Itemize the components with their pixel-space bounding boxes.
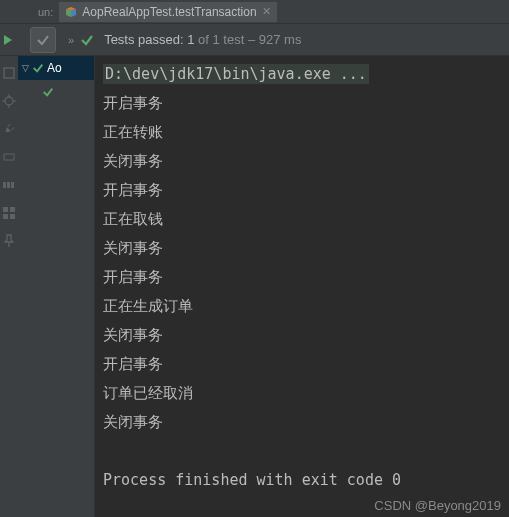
console-line [103, 437, 509, 466]
tab-title: AopRealAppTest.testTransaction [82, 5, 256, 19]
tree-root[interactable]: ▽ Ao [18, 56, 94, 80]
svg-rect-6 [4, 154, 14, 160]
svg-rect-11 [10, 207, 15, 212]
console-line: 开启事务 [103, 176, 509, 205]
console-output[interactable]: D:\dev\jdk17\bin\java.exe ... 开启事务正在转账关闭… [95, 56, 509, 517]
test-status-text: Tests passed: 1 of 1 test – 927 ms [104, 32, 301, 47]
console-line: 订单已经取消 [103, 379, 509, 408]
strip-icon-5[interactable] [2, 178, 16, 192]
strip-icon-1[interactable] [2, 66, 16, 80]
run-icon[interactable] [2, 33, 16, 47]
status-check-icon [80, 33, 94, 47]
content-area: ▽ Ao D:\dev\jdk17\bin\java.exe ... 开启事务正… [18, 56, 509, 517]
console-line: 正在取钱 [103, 205, 509, 234]
strip-icon-4[interactable] [2, 150, 16, 164]
run-tab[interactable]: AopRealAppTest.testTransaction ✕ [59, 2, 276, 22]
check-icon [42, 86, 54, 98]
test-toolbar: » Tests passed: 1 of 1 test – 927 ms [0, 24, 509, 56]
console-line: 关闭事务 [103, 321, 509, 350]
tab-bar: un: AopRealAppTest.testTransaction ✕ [0, 0, 509, 24]
svg-rect-7 [3, 182, 6, 188]
console-line: 开启事务 [103, 263, 509, 292]
svg-rect-0 [4, 68, 14, 78]
svg-rect-8 [7, 182, 10, 188]
run-label: un: [38, 6, 53, 18]
console-line: 关闭事务 [103, 234, 509, 263]
show-passed-button[interactable] [30, 27, 56, 53]
passed-count: Tests passed: 1 [104, 32, 194, 47]
tool-strip [0, 56, 18, 517]
console-line: 正在生成订单 [103, 292, 509, 321]
console-line: Process finished with exit code 0 [103, 466, 509, 495]
chevron-down-icon[interactable]: ▽ [22, 63, 29, 73]
console-line: 开启事务 [103, 89, 509, 118]
expand-icon[interactable]: » [68, 34, 74, 46]
console-line: 关闭事务 [103, 408, 509, 437]
svg-rect-12 [3, 214, 8, 219]
layout-icon[interactable] [2, 206, 16, 220]
tree-root-label: Ao [47, 61, 62, 75]
test-tree[interactable]: ▽ Ao [18, 56, 95, 517]
check-icon [32, 62, 44, 74]
svg-rect-10 [3, 207, 8, 212]
close-icon[interactable]: ✕ [262, 5, 271, 18]
console-line: 关闭事务 [103, 147, 509, 176]
bug-icon[interactable] [2, 94, 16, 108]
console-line: 开启事务 [103, 350, 509, 379]
wrench-icon[interactable] [2, 122, 16, 136]
tree-child[interactable] [18, 80, 94, 104]
svg-rect-13 [10, 214, 15, 219]
command-line: D:\dev\jdk17\bin\java.exe ... [103, 60, 509, 89]
console-line: 正在转账 [103, 118, 509, 147]
svg-point-1 [5, 97, 13, 105]
pin-icon[interactable] [2, 234, 16, 248]
svg-rect-9 [11, 182, 14, 188]
passed-total: of 1 test – 927 ms [194, 32, 301, 47]
watermark: CSDN @Beyong2019 [374, 498, 501, 513]
tab-run-icon [65, 6, 77, 18]
